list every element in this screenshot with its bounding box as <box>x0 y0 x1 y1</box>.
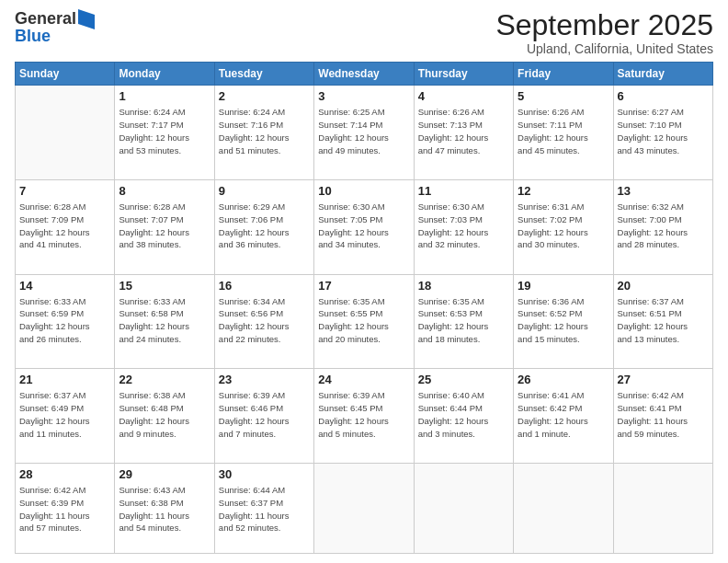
table-row: 10Sunrise: 6:30 AMSunset: 7:05 PMDayligh… <box>314 179 414 274</box>
day-info: Sunrise: 6:29 AMSunset: 7:06 PMDaylight:… <box>219 201 310 251</box>
table-row: 4Sunrise: 6:26 AMSunset: 7:13 PMDaylight… <box>414 86 513 180</box>
day-info: Sunrise: 6:25 AMSunset: 7:14 PMDaylight:… <box>318 106 409 156</box>
day-number: 17 <box>318 278 409 294</box>
calendar-week-row: 28Sunrise: 6:42 AMSunset: 6:39 PMDayligh… <box>16 463 713 553</box>
calendar-week-row: 14Sunrise: 6:33 AMSunset: 6:59 PMDayligh… <box>16 274 713 369</box>
day-info: Sunrise: 6:32 AMSunset: 7:00 PMDaylight:… <box>618 201 709 251</box>
day-number: 23 <box>219 372 310 388</box>
day-number: 21 <box>19 372 110 388</box>
day-number: 25 <box>418 372 509 388</box>
day-info: Sunrise: 6:27 AMSunset: 7:10 PMDaylight:… <box>618 106 709 156</box>
logo-blue: Blue <box>15 28 51 46</box>
day-info: Sunrise: 6:36 AMSunset: 6:52 PMDaylight:… <box>518 295 609 346</box>
table-row: 1Sunrise: 6:24 AMSunset: 7:17 PMDaylight… <box>115 86 214 180</box>
table-row: 21Sunrise: 6:37 AMSunset: 6:49 PMDayligh… <box>16 369 115 464</box>
table-row <box>613 463 712 553</box>
calendar-week-row: 7Sunrise: 6:28 AMSunset: 7:09 PMDaylight… <box>16 179 713 274</box>
table-row: 11Sunrise: 6:30 AMSunset: 7:03 PMDayligh… <box>414 179 513 274</box>
col-saturday: Saturday <box>613 63 712 86</box>
col-tuesday: Tuesday <box>214 63 313 86</box>
svg-marker-0 <box>78 9 95 29</box>
day-info: Sunrise: 6:28 AMSunset: 7:09 PMDaylight:… <box>19 201 110 251</box>
logo: General Blue <box>15 9 95 46</box>
table-row: 29Sunrise: 6:43 AMSunset: 6:38 PMDayligh… <box>115 463 214 553</box>
day-info: Sunrise: 6:34 AMSunset: 6:56 PMDaylight:… <box>219 295 310 346</box>
table-row: 28Sunrise: 6:42 AMSunset: 6:39 PMDayligh… <box>16 463 115 553</box>
main-title: September 2025 <box>495 9 713 41</box>
col-sunday: Sunday <box>16 63 115 86</box>
day-info: Sunrise: 6:35 AMSunset: 6:53 PMDaylight:… <box>418 295 509 346</box>
day-number: 6 <box>618 88 709 105</box>
table-row: 2Sunrise: 6:24 AMSunset: 7:16 PMDaylight… <box>214 86 313 180</box>
table-row: 17Sunrise: 6:35 AMSunset: 6:55 PMDayligh… <box>314 274 414 369</box>
day-info: Sunrise: 6:26 AMSunset: 7:11 PMDaylight:… <box>518 106 609 156</box>
page: General Blue September 2025 Upland, Cali… <box>0 0 728 563</box>
table-row: 12Sunrise: 6:31 AMSunset: 7:02 PMDayligh… <box>514 179 613 274</box>
table-row: 7Sunrise: 6:28 AMSunset: 7:09 PMDaylight… <box>16 179 115 274</box>
table-row: 8Sunrise: 6:28 AMSunset: 7:07 PMDaylight… <box>115 179 214 274</box>
header: General Blue September 2025 Upland, Cali… <box>15 9 713 56</box>
col-wednesday: Wednesday <box>314 63 414 86</box>
col-friday: Friday <box>514 63 613 86</box>
day-number: 11 <box>418 183 509 200</box>
day-info: Sunrise: 6:30 AMSunset: 7:05 PMDaylight:… <box>318 201 409 251</box>
day-info: Sunrise: 6:24 AMSunset: 7:16 PMDaylight:… <box>219 106 310 156</box>
day-number: 19 <box>518 278 609 294</box>
day-number: 28 <box>19 466 110 483</box>
day-info: Sunrise: 6:28 AMSunset: 7:07 PMDaylight:… <box>119 201 210 251</box>
table-row <box>314 463 414 553</box>
day-number: 20 <box>618 278 709 294</box>
table-row: 22Sunrise: 6:38 AMSunset: 6:48 PMDayligh… <box>115 369 214 464</box>
day-info: Sunrise: 6:42 AMSunset: 6:41 PMDaylight:… <box>618 389 709 440</box>
day-number: 29 <box>119 466 210 483</box>
day-info: Sunrise: 6:33 AMSunset: 6:58 PMDaylight:… <box>119 295 210 346</box>
table-row: 13Sunrise: 6:32 AMSunset: 7:00 PMDayligh… <box>613 179 712 274</box>
day-number: 12 <box>518 183 609 200</box>
table-row: 30Sunrise: 6:44 AMSunset: 6:37 PMDayligh… <box>214 463 313 553</box>
day-info: Sunrise: 6:43 AMSunset: 6:38 PMDaylight:… <box>119 484 210 534</box>
day-info: Sunrise: 6:35 AMSunset: 6:55 PMDaylight:… <box>318 295 409 346</box>
day-number: 26 <box>518 372 609 388</box>
day-info: Sunrise: 6:40 AMSunset: 6:44 PMDaylight:… <box>418 389 509 440</box>
table-row: 15Sunrise: 6:33 AMSunset: 6:58 PMDayligh… <box>115 274 214 369</box>
calendar-week-row: 21Sunrise: 6:37 AMSunset: 6:49 PMDayligh… <box>16 369 713 464</box>
day-number: 14 <box>19 278 110 294</box>
day-number: 3 <box>318 88 409 105</box>
table-row <box>514 463 613 553</box>
table-row: 27Sunrise: 6:42 AMSunset: 6:41 PMDayligh… <box>613 369 712 464</box>
table-row: 6Sunrise: 6:27 AMSunset: 7:10 PMDaylight… <box>613 86 712 180</box>
day-number: 10 <box>318 183 409 200</box>
day-number: 27 <box>618 372 709 388</box>
day-number: 5 <box>518 88 609 105</box>
col-thursday: Thursday <box>414 63 513 86</box>
day-info: Sunrise: 6:30 AMSunset: 7:03 PMDaylight:… <box>418 201 509 251</box>
calendar-header-row: Sunday Monday Tuesday Wednesday Thursday… <box>16 63 713 86</box>
day-number: 9 <box>219 183 310 200</box>
table-row: 18Sunrise: 6:35 AMSunset: 6:53 PMDayligh… <box>414 274 513 369</box>
col-monday: Monday <box>115 63 214 86</box>
table-row: 26Sunrise: 6:41 AMSunset: 6:42 PMDayligh… <box>514 369 613 464</box>
day-number: 30 <box>219 466 310 483</box>
day-number: 16 <box>219 278 310 294</box>
day-info: Sunrise: 6:31 AMSunset: 7:02 PMDaylight:… <box>518 201 609 251</box>
table-row: 14Sunrise: 6:33 AMSunset: 6:59 PMDayligh… <box>16 274 115 369</box>
subtitle: Upland, California, United States <box>495 41 713 56</box>
day-info: Sunrise: 6:26 AMSunset: 7:13 PMDaylight:… <box>418 106 509 156</box>
table-row: 5Sunrise: 6:26 AMSunset: 7:11 PMDaylight… <box>514 86 613 180</box>
table-row: 16Sunrise: 6:34 AMSunset: 6:56 PMDayligh… <box>214 274 313 369</box>
day-number: 2 <box>219 88 310 105</box>
day-info: Sunrise: 6:24 AMSunset: 7:17 PMDaylight:… <box>119 106 210 156</box>
day-info: Sunrise: 6:41 AMSunset: 6:42 PMDaylight:… <box>518 389 609 440</box>
day-info: Sunrise: 6:39 AMSunset: 6:46 PMDaylight:… <box>219 389 310 440</box>
day-number: 22 <box>119 372 210 388</box>
day-number: 8 <box>119 183 210 200</box>
table-row: 25Sunrise: 6:40 AMSunset: 6:44 PMDayligh… <box>414 369 513 464</box>
day-number: 4 <box>418 88 509 105</box>
title-block: September 2025 Upland, California, Unite… <box>495 9 713 56</box>
day-info: Sunrise: 6:38 AMSunset: 6:48 PMDaylight:… <box>119 389 210 440</box>
table-row <box>414 463 513 553</box>
day-info: Sunrise: 6:44 AMSunset: 6:37 PMDaylight:… <box>219 484 310 534</box>
day-number: 7 <box>19 183 110 200</box>
day-info: Sunrise: 6:37 AMSunset: 6:51 PMDaylight:… <box>618 295 709 346</box>
table-row: 3Sunrise: 6:25 AMSunset: 7:14 PMDaylight… <box>314 86 414 180</box>
